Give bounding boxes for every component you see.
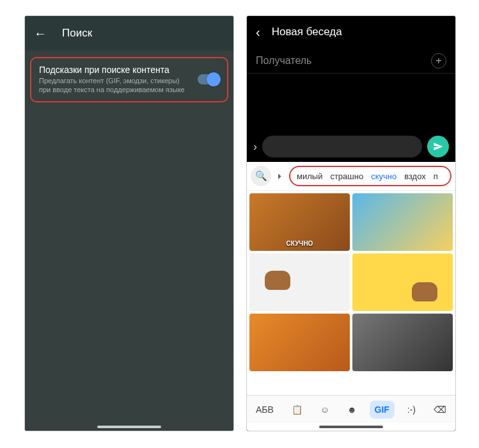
add-recipient-button[interactable]: + [431, 53, 446, 68]
keyboard-gif-panel: 🔍 ⏵ милый страшно скучно вздох п СКУЧНО … [247, 162, 455, 423]
gif-caption: СКУЧНО [287, 240, 313, 247]
header-title: Поиск [62, 27, 92, 40]
send-button[interactable] [427, 136, 449, 157]
gif-tile[interactable] [352, 314, 453, 371]
expand-chevron-icon[interactable]: › [253, 140, 257, 154]
search-icon: 🔍 [255, 170, 267, 182]
android-navbar [247, 423, 455, 431]
emoticon-tab[interactable]: :-) [402, 401, 421, 419]
recipient-placeholder[interactable]: Получатель [256, 55, 311, 67]
setting-content-suggestions[interactable]: Подсказки при поиске контента Предлагать… [30, 57, 228, 102]
gesture-handle[interactable] [319, 426, 383, 428]
recipient-row: Получатель + [247, 48, 455, 74]
chat-header: ‹ Новая беседа [247, 16, 455, 48]
suggestion-chips: милый страшно скучно вздох п [289, 166, 452, 186]
phone-settings: ← Поиск Подсказки при поиске контента Пр… [24, 15, 234, 431]
chip-item[interactable]: милый [294, 172, 325, 181]
setting-title: Подсказки при поиске контента [39, 65, 191, 75]
chip-item[interactable]: п [431, 172, 441, 181]
gif-content [412, 282, 437, 301]
keyboard-bottom-row: АБВ 📋 ☺ ☻ GIF :-) ⌫ [247, 395, 455, 423]
message-input[interactable] [262, 136, 422, 157]
android-navbar [25, 423, 233, 431]
gif-tab[interactable]: GIF [370, 401, 395, 419]
mic-icon[interactable]: ⏵ [275, 172, 285, 180]
gif-tile[interactable] [249, 253, 350, 311]
emoji-icon[interactable]: ☺ [315, 401, 334, 419]
setting-description: Предлагать контент (GIF, эмодзи, стикеры… [39, 76, 191, 95]
gif-search-row: 🔍 ⏵ милый страшно скучно вздох п [247, 162, 455, 191]
chip-item[interactable]: страшно [327, 172, 366, 181]
gif-tile[interactable] [352, 193, 453, 251]
back-chevron-icon[interactable]: ‹ [256, 25, 260, 40]
kb-switch-abc[interactable]: АБВ [251, 401, 279, 419]
gif-grid: СКУЧНО [247, 191, 455, 395]
phone-chat: ‹ Новая беседа Получатель + › 🔍 ⏵ милый … [246, 15, 456, 431]
gif-tile[interactable] [249, 314, 350, 371]
settings-body: Подсказки при поиске контента Предлагать… [25, 51, 233, 423]
chip-item-active[interactable]: скучно [368, 172, 399, 181]
sticker-icon[interactable]: ☻ [342, 401, 362, 419]
backspace-icon[interactable]: ⌫ [428, 401, 452, 419]
clipboard-icon[interactable]: 📋 [287, 401, 308, 419]
setting-text: Подсказки при поиске контента Предлагать… [39, 65, 191, 95]
message-input-row: › [247, 131, 455, 162]
back-arrow-icon[interactable]: ← [34, 26, 47, 41]
gif-tile[interactable]: СКУЧНО [249, 193, 350, 251]
send-icon [433, 141, 443, 152]
chip-item[interactable]: вздох [402, 172, 428, 181]
gesture-handle[interactable] [97, 426, 161, 428]
gif-content [265, 271, 290, 290]
gif-tile[interactable] [352, 253, 453, 311]
search-button[interactable]: 🔍 [251, 166, 271, 186]
chat-body [247, 74, 455, 131]
header-bar: ← Поиск [25, 16, 233, 51]
chat-header-title: Новая беседа [272, 26, 342, 38]
toggle-switch[interactable] [198, 74, 219, 84]
